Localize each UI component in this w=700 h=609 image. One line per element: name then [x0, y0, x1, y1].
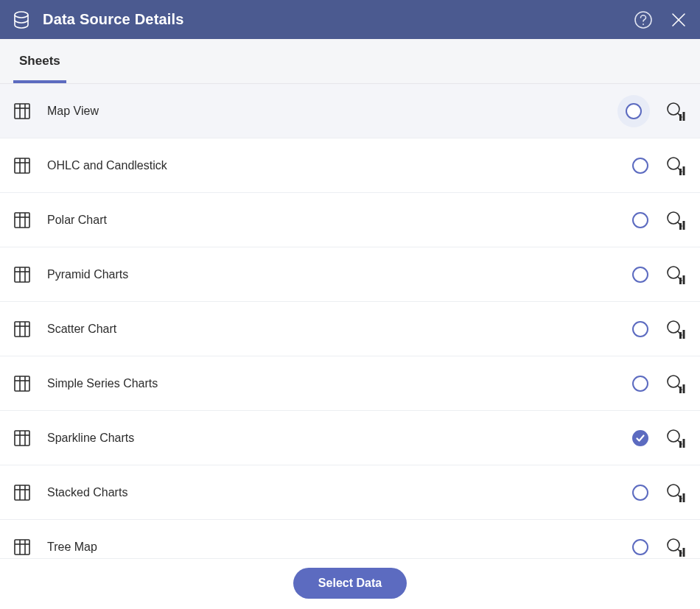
- select-radio[interactable]: [617, 95, 650, 127]
- data-preview-icon[interactable]: [666, 429, 687, 448]
- row-actions: [631, 429, 687, 448]
- dialog-header: Data Source Details: [0, 0, 700, 39]
- sheet-label: Polar Chart: [37, 214, 631, 227]
- tabs-bar: Sheets: [0, 39, 700, 84]
- select-radio[interactable]: [631, 265, 650, 284]
- svg-rect-21: [15, 213, 29, 228]
- svg-rect-45: [15, 376, 29, 391]
- svg-rect-61: [15, 485, 29, 500]
- row-actions: [631, 538, 687, 557]
- data-preview-icon[interactable]: [666, 538, 687, 557]
- data-preview-icon[interactable]: [666, 265, 687, 284]
- sheet-row[interactable]: Sparkline Charts: [0, 411, 700, 465]
- svg-rect-37: [15, 322, 29, 337]
- select-radio[interactable]: [631, 483, 650, 502]
- sheet-label: Scatter Chart: [37, 323, 631, 336]
- svg-rect-76: [683, 548, 685, 557]
- svg-rect-59: [679, 441, 682, 448]
- svg-rect-12: [683, 112, 685, 121]
- tab-sheets[interactable]: Sheets: [13, 39, 66, 83]
- select-data-button[interactable]: Select Data: [293, 568, 407, 599]
- svg-rect-36: [683, 275, 685, 284]
- help-icon[interactable]: [634, 10, 653, 29]
- svg-rect-69: [15, 540, 29, 555]
- row-actions: [631, 211, 687, 230]
- sheet-list: Map View OHLC and Candlestick Polar Char…: [0, 84, 700, 558]
- row-actions: [631, 156, 687, 175]
- select-radio[interactable]: [631, 374, 650, 393]
- close-icon[interactable]: [671, 12, 687, 28]
- sheet-label: Map View: [37, 105, 617, 118]
- svg-rect-67: [679, 496, 682, 502]
- row-actions: [631, 374, 687, 393]
- select-radio[interactable]: [631, 211, 650, 230]
- table-icon: [13, 157, 37, 175]
- data-preview-icon[interactable]: [666, 374, 687, 393]
- svg-rect-13: [15, 158, 29, 173]
- row-actions: [617, 95, 687, 127]
- table-icon: [13, 102, 37, 120]
- data-preview-icon[interactable]: [666, 320, 687, 339]
- sheet-label: Pyramid Charts: [37, 268, 631, 281]
- svg-rect-19: [679, 169, 682, 175]
- svg-rect-11: [679, 114, 682, 121]
- sheet-row[interactable]: Pyramid Charts: [0, 247, 700, 302]
- svg-rect-5: [15, 104, 29, 119]
- svg-rect-28: [683, 221, 685, 230]
- sheet-label: Simple Series Charts: [37, 377, 631, 390]
- table-icon: [13, 266, 37, 284]
- table-icon: [13, 484, 37, 501]
- database-icon: [13, 11, 29, 29]
- select-radio[interactable]: [631, 156, 650, 175]
- svg-rect-52: [683, 384, 685, 393]
- svg-rect-44: [683, 330, 685, 339]
- svg-rect-27: [679, 223, 682, 230]
- table-icon: [13, 375, 37, 392]
- data-preview-icon[interactable]: [666, 156, 687, 175]
- sheet-label: Stacked Charts: [37, 486, 631, 499]
- svg-rect-51: [679, 387, 682, 393]
- sheet-label: Tree Map: [37, 541, 631, 554]
- table-icon: [13, 538, 37, 556]
- sheet-row[interactable]: Scatter Chart: [0, 302, 700, 356]
- row-actions: [631, 483, 687, 502]
- sheet-label: OHLC and Candlestick: [37, 159, 631, 172]
- svg-rect-68: [683, 493, 685, 502]
- sheet-row[interactable]: Polar Chart: [0, 193, 700, 247]
- select-radio[interactable]: [631, 429, 650, 448]
- svg-rect-20: [683, 166, 685, 175]
- svg-rect-43: [679, 332, 682, 339]
- dialog-title: Data Source Details: [43, 11, 634, 28]
- data-preview-icon[interactable]: [666, 483, 687, 502]
- sheet-row[interactable]: Tree Map: [0, 520, 700, 558]
- dialog-footer: Select Data: [0, 558, 700, 607]
- sheet-row[interactable]: Simple Series Charts: [0, 356, 700, 411]
- svg-rect-60: [683, 439, 685, 448]
- sheet-label: Sparkline Charts: [37, 432, 631, 445]
- data-preview-icon[interactable]: [666, 102, 687, 121]
- svg-rect-75: [679, 550, 682, 557]
- select-radio[interactable]: [631, 320, 650, 339]
- sheet-row[interactable]: Map View: [0, 84, 700, 138]
- select-radio[interactable]: [631, 538, 650, 557]
- table-icon: [13, 320, 37, 338]
- svg-point-2: [643, 24, 644, 25]
- svg-rect-35: [679, 278, 682, 284]
- sheet-row[interactable]: OHLC and Candlestick: [0, 138, 700, 193]
- svg-point-0: [15, 12, 28, 18]
- sheet-row[interactable]: Stacked Charts: [0, 465, 700, 520]
- data-preview-icon[interactable]: [666, 211, 687, 230]
- table-icon: [13, 211, 37, 229]
- row-actions: [631, 320, 687, 339]
- svg-rect-53: [15, 431, 29, 446]
- row-actions: [631, 265, 687, 284]
- table-icon: [13, 429, 37, 447]
- svg-rect-29: [15, 267, 29, 282]
